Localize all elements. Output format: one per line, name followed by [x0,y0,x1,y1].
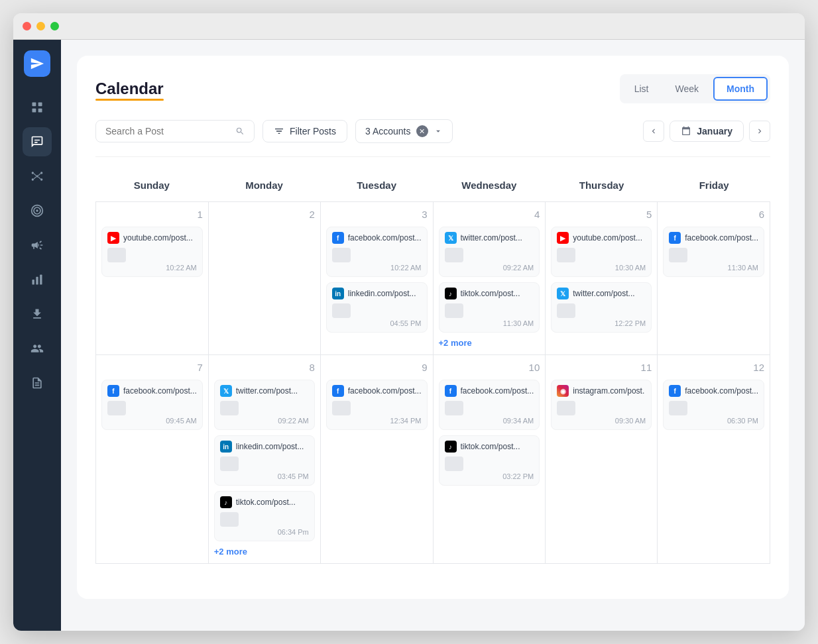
post-card[interactable]: 𝕏 twitter.com/post... 09:22 AM [214,380,315,430]
post-card[interactable]: in linkedin.com/post... 03:45 PM [214,435,315,486]
post-card[interactable]: f facebook.com/post... 06:30 PM [663,380,764,430]
prev-month-button[interactable] [643,121,664,142]
post-url: facebook.com/post... [461,386,534,396]
svg-rect-5 [34,142,38,143]
cal-cell-5: 5 ▶ youtube.com/post... 10:30 AM 𝕏 [546,202,658,355]
post-url: facebook.com/post... [685,233,758,242]
post-time: 06:34 Pm [220,528,309,536]
filter-icon [274,126,284,136]
post-card[interactable]: f facebook.com/post... 09:45 AM [101,380,203,430]
instagram-icon: ◉ [557,385,569,397]
post-time: 09:45 AM [107,417,197,425]
cal-date-8: 8 [214,362,315,373]
sidebar-item-campaigns[interactable] [23,231,52,260]
sidebar-item-dashboard[interactable] [23,93,52,122]
view-btn-list[interactable]: List [622,78,661,99]
cal-date-3: 3 [326,209,428,220]
post-card[interactable]: in linkedin.com/post... 04:55 PM [326,282,428,333]
sidebar-item-targeting[interactable] [23,196,52,225]
facebook-icon: f [669,385,681,397]
search-box[interactable] [95,120,255,142]
more-posts-link[interactable]: +2 more [439,338,540,348]
post-card[interactable]: ♪ tiktok.com/post... 03:22 PM [439,435,540,486]
chevron-down-icon [434,127,443,136]
network-icon [30,170,44,183]
post-card[interactable]: f facebook.com/post... 10:22 AM [326,227,428,277]
cal-cell-2: 2 [209,202,321,355]
post-card[interactable]: ♪ tiktok.com/post... 11:30 AM [439,282,540,333]
filter-posts-button[interactable]: Filter Posts [263,120,347,142]
day-monday: Monday [208,173,321,201]
cal-date-4: 4 [439,209,540,220]
post-url: youtube.com/post... [573,233,642,242]
cal-date-12: 12 [663,362,764,373]
day-friday: Friday [658,173,770,201]
tiktok-icon: ♪ [445,441,457,453]
youtube-icon: ▶ [557,232,569,244]
chevron-right-icon [755,127,764,136]
facebook-icon: f [107,385,119,397]
maximize-button[interactable] [50,22,59,30]
calendar-grid: 1 ▶ youtube.com/post... 10:22 AM 2 [95,201,770,564]
sidebar-item-team[interactable] [23,334,52,363]
youtube-icon: ▶ [107,232,119,244]
sidebar-item-analytics[interactable] [23,265,52,294]
cal-date-6: 6 [663,209,764,220]
sidebar-item-reports[interactable] [23,368,52,398]
minimize-button[interactable] [36,22,45,30]
post-time: 04:55 PM [332,319,422,327]
post-card[interactable]: ▶ youtube.com/post... 10:22 AM [101,227,203,277]
tiktok-icon: ♪ [445,288,457,299]
post-time: 03:22 PM [445,472,534,480]
traffic-lights [23,22,59,30]
cal-cell-4: 4 𝕏 twitter.com/post... 09:22 AM ♪ [434,202,546,355]
search-input[interactable] [105,126,230,136]
svg-point-6 [36,175,38,177]
post-url: linkedin.com/post... [236,442,304,451]
twitter-icon: 𝕏 [220,385,232,397]
cal-date-5: 5 [551,209,652,220]
twitter-icon: 𝕏 [445,232,457,244]
linkedin-icon: in [220,441,232,453]
sidebar-item-export[interactable] [23,299,52,329]
post-url: instagram.com/post. [573,386,644,396]
close-button[interactable] [23,22,31,30]
tiktok-icon: ♪ [220,496,232,508]
view-btn-week[interactable]: Week [663,78,711,99]
more-posts-link[interactable]: +2 more [214,547,315,557]
cal-date-2: 2 [214,209,315,220]
post-card[interactable]: 𝕏 twitter.com/post... 12:22 PM [551,282,652,333]
post-time: 11:30 AM [669,264,758,272]
sidebar [13,40,61,631]
post-card[interactable]: f facebook.com/post... 11:30 AM [663,227,764,277]
accounts-selector[interactable]: 3 Accounts ✕ [355,119,453,143]
post-time: 09:22 AM [445,264,534,272]
accounts-label: 3 Accounts [365,126,411,136]
svg-line-12 [38,174,40,176]
facebook-icon: f [332,232,344,244]
post-card[interactable]: ♪ tiktok.com/post... 06:34 Pm [214,491,315,541]
accounts-close-button[interactable]: ✕ [416,125,428,137]
svg-rect-4 [34,140,40,141]
sidebar-logo[interactable] [24,50,50,77]
sidebar-item-posts[interactable] [23,127,52,156]
post-card[interactable]: ▶ youtube.com/post... 10:30 AM [551,227,652,277]
team-icon [30,342,44,355]
post-card[interactable]: 𝕏 twitter.com/post... 09:22 AM [439,227,540,277]
post-time: 03:45 PM [220,472,309,480]
chat-icon [30,135,44,148]
main-content: Calendar List Week Month [61,40,805,631]
post-time: 10:22 AM [107,264,197,272]
svg-rect-20 [40,275,42,285]
post-card[interactable]: f facebook.com/post... 09:34 AM [439,380,540,430]
chart-icon [30,273,44,286]
post-card[interactable]: ◉ instagram.com/post. 09:30 AM [551,380,652,430]
twitter-icon: 𝕏 [557,288,569,299]
post-card[interactable]: f facebook.com/post... 12:34 PM [326,380,428,430]
calendar-toolbar: Filter Posts 3 Accounts ✕ [95,119,770,157]
view-btn-month[interactable]: Month [713,77,768,101]
sidebar-item-network[interactable] [23,162,52,191]
next-month-button[interactable] [749,121,770,142]
search-icon [235,126,245,136]
cal-cell-3: 3 f facebook.com/post... 10:22 AM in [321,202,434,355]
